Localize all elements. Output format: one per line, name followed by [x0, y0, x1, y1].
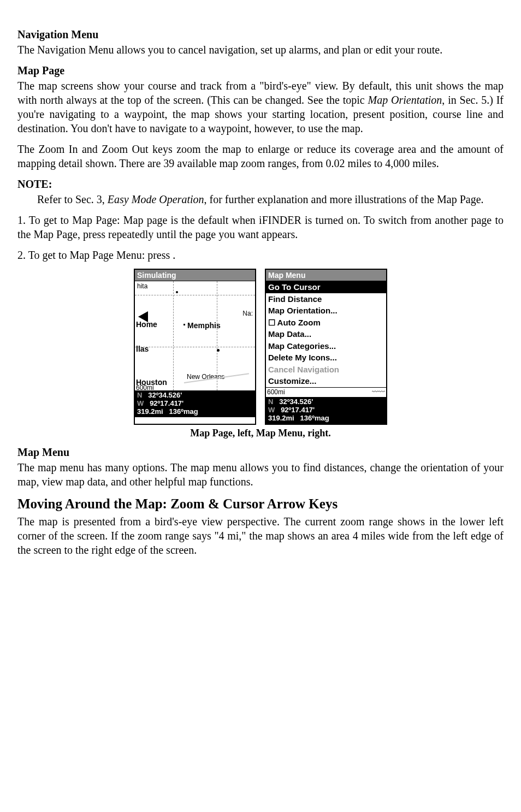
lon-val: 92º17.417'	[150, 399, 183, 407]
label-home: Home	[136, 319, 157, 329]
figure-caption: Map Page, left, Map Menu, right.	[17, 427, 504, 440]
menu-go-to-cursor[interactable]: Go To Cursor	[266, 281, 386, 293]
lon-pre: W	[137, 399, 144, 407]
brg-val-r: 136ºmag	[300, 414, 329, 422]
step-1: 1. To get to Map Page: Map page is the d…	[17, 213, 504, 241]
note-body-b: , for further explanation and more illus…	[204, 193, 484, 205]
status-strip: 600mi 〰〰	[266, 387, 386, 398]
moving-body: The map is presented from a bird's-eye v…	[17, 514, 504, 557]
figure-row: Simulating hita Na: Home Memphis llas Ne…	[17, 269, 504, 425]
nav-menu-body: The Navigation Menu allows you to cancel…	[17, 43, 504, 57]
lon-pre-r: W	[268, 406, 275, 414]
note-body-a: Refer to Sec. 3,	[37, 193, 108, 205]
map-page-titlebar: Simulating	[135, 270, 255, 281]
map-menu-list: Go To Cursor Find Distance Map Orientati…	[266, 281, 386, 387]
map-point	[183, 324, 185, 325]
map-page-p1: The map screens show your course and tra…	[17, 79, 504, 135]
lat-pre: N	[137, 391, 142, 399]
map-page-heading: Map Page	[17, 63, 504, 78]
device-map-page: Simulating hita Na: Home Memphis llas Ne…	[134, 269, 256, 425]
menu-cancel-navigation: Cancel Navigation	[266, 364, 386, 376]
label-na: Na:	[242, 310, 253, 318]
map-point	[217, 349, 220, 352]
map-menu-body: The map menu has many options. The map m…	[17, 460, 504, 489]
menu-find-distance[interactable]: Find Distance	[266, 293, 386, 305]
brg-val: 136ºmag	[169, 407, 198, 416]
coord-block-left: N 32º34.526' W 92º17.417' 319.2mi 136ºma…	[135, 390, 255, 417]
menu-delete-my-icons[interactable]: Delete My Icons...	[266, 352, 386, 364]
moving-heading: Moving Around the Map: Zoom & Cursor Arr…	[17, 495, 504, 513]
nav-menu-heading: Navigation Menu	[17, 27, 504, 42]
map-page-p2: The Zoom In and Zoom Out keys zoom the m…	[17, 142, 504, 170]
dist-val-r: 319.2mi	[268, 414, 294, 422]
lon-val-r: 92º17.417'	[281, 406, 315, 414]
map-orientation-term: Map Orientation	[368, 94, 442, 106]
note-body: Refer to Sec. 3, Easy Mode Operation, fo…	[37, 192, 504, 206]
dist-val: 319.2mi	[137, 407, 163, 416]
map-menu-titlebar: Map Menu	[266, 270, 386, 281]
zoom-range: 600mi	[136, 384, 154, 390]
lat-val-r: 32º34.526'	[279, 398, 313, 406]
easy-mode-term: Easy Mode Operation	[108, 193, 204, 205]
menu-map-orientation[interactable]: Map Orientation...	[266, 305, 386, 317]
lat-pre-r: N	[268, 398, 273, 406]
device-map-menu: Map Menu Go To Cursor Find Distance Map …	[265, 269, 387, 425]
label-memphis: Memphis	[187, 321, 221, 330]
note-heading: NOTE:	[17, 177, 504, 191]
status-range: 600mi	[267, 388, 285, 397]
step-2: 2. To get to Map Page Menu: press .	[17, 248, 504, 262]
label-hita: hita	[137, 282, 147, 291]
status-scribble: 〰〰	[372, 388, 385, 397]
label-llas: llas	[136, 344, 149, 354]
map-point	[176, 291, 178, 293]
menu-map-data[interactable]: Map Data...	[266, 328, 386, 340]
lat-val: 32º34.526'	[148, 391, 182, 399]
menu-map-categories[interactable]: Map Categories...	[266, 340, 386, 352]
coord-block-right: N 32º34.526' W 92º17.417' 319.2mi 136ºma…	[266, 397, 386, 424]
map-menu-heading: Map Menu	[17, 445, 504, 459]
menu-customize[interactable]: Customize...	[266, 375, 386, 387]
menu-auto-zoom[interactable]: ☐ Auto Zoom	[266, 317, 386, 329]
map-area: hita Na: Home Memphis llas New Orleans H…	[135, 281, 255, 390]
